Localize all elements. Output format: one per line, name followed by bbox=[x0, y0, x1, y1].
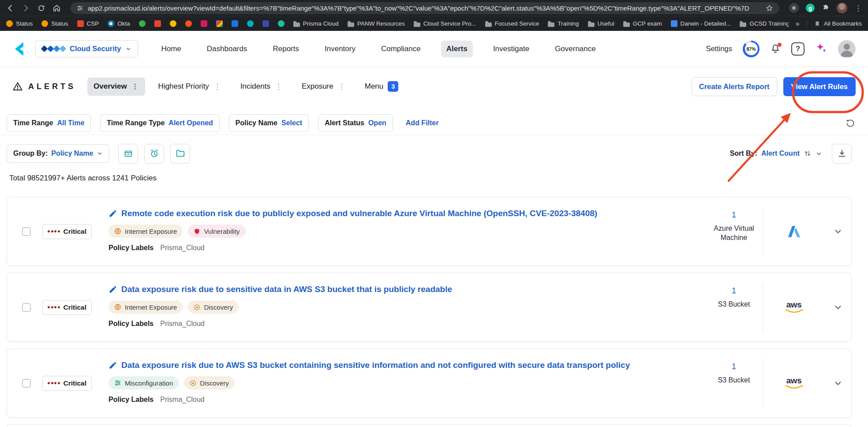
azure-logo-icon bbox=[786, 223, 802, 240]
expand-chevron-icon[interactable] bbox=[825, 197, 851, 266]
bookmark-item[interactable] bbox=[139, 20, 146, 27]
alert-checkbox[interactable] bbox=[22, 379, 31, 388]
browser-avatar[interactable] bbox=[837, 3, 847, 13]
add-filter-link[interactable]: Add Filter bbox=[406, 119, 439, 127]
reset-filters-icon[interactable] bbox=[846, 118, 855, 128]
nav-dashboards[interactable]: Dashboards bbox=[202, 41, 253, 57]
site-settings-tune-icon[interactable] bbox=[77, 5, 83, 11]
bookmark-item[interactable]: Status bbox=[6, 20, 33, 27]
bookmark-item[interactable] bbox=[278, 20, 284, 27]
bookmark-item[interactable]: Useful bbox=[588, 20, 614, 27]
folder-button[interactable] bbox=[170, 144, 190, 164]
view-alert-rules-button[interactable]: View Alert Rules bbox=[783, 77, 856, 96]
create-alerts-report-button[interactable]: Create Alerts Report bbox=[692, 77, 777, 96]
nav-governance[interactable]: Governance bbox=[550, 41, 601, 57]
tab-incidents[interactable]: Incidents ⋮ bbox=[234, 78, 288, 96]
sort-arrows-icon[interactable] bbox=[804, 150, 812, 157]
browser-menu-icon[interactable]: ⋮ bbox=[854, 4, 862, 13]
asset-type-label: S3 Bucket bbox=[718, 376, 750, 385]
nav-inventory[interactable]: Inventory bbox=[319, 41, 361, 57]
nav-investigate[interactable]: Investigate bbox=[488, 41, 535, 57]
expand-chevron-icon[interactable] bbox=[825, 349, 851, 417]
filter-alert-status[interactable]: Alert Status Open bbox=[318, 114, 393, 132]
user-avatar[interactable] bbox=[838, 40, 856, 58]
bookmarks-overflow-chevron[interactable]: » bbox=[789, 20, 807, 28]
bookmark-item[interactable] bbox=[232, 20, 238, 27]
nav-compliance[interactable]: Compliance bbox=[376, 41, 426, 57]
bookmark-item[interactable] bbox=[262, 20, 269, 27]
alert-count-link[interactable]: 1 bbox=[732, 286, 736, 296]
severity-dots-icon bbox=[48, 306, 60, 308]
reload-icon[interactable] bbox=[37, 4, 45, 12]
browser-profile-icon[interactable] bbox=[789, 3, 799, 13]
alert-count-link[interactable]: 1 bbox=[732, 210, 736, 220]
nav-home[interactable]: Home bbox=[156, 41, 186, 57]
forward-icon[interactable] bbox=[22, 4, 30, 12]
edit-pencil-icon[interactable] bbox=[108, 285, 117, 294]
back-icon[interactable] bbox=[6, 4, 15, 12]
edit-pencil-icon[interactable] bbox=[108, 209, 117, 218]
filter-time-range[interactable]: Time Range All Time bbox=[7, 114, 91, 132]
bookmark-item[interactable]: Okta bbox=[108, 20, 130, 27]
aws-logo-icon: aws bbox=[785, 300, 803, 314]
tab-kebab-icon[interactable]: ⋮ bbox=[213, 82, 221, 91]
nav-alerts[interactable]: Alerts bbox=[441, 41, 473, 57]
alert-checkbox[interactable] bbox=[22, 303, 31, 312]
bookmark-item[interactable]: GCSD Training - L... bbox=[740, 20, 788, 27]
tab-kebab-icon[interactable]: ⋮ bbox=[275, 82, 282, 91]
alert-title-link[interactable]: Remote code execution risk due to public… bbox=[121, 209, 597, 218]
bookmark-item[interactable]: CSP bbox=[77, 20, 99, 27]
download-button[interactable] bbox=[832, 144, 852, 164]
ai-sparkle-icon[interactable] bbox=[815, 42, 827, 56]
edit-pencil-icon[interactable] bbox=[108, 361, 117, 370]
snooze-alarm-button[interactable] bbox=[144, 144, 164, 164]
group-by-dropdown[interactable]: Group By: Policy Name bbox=[7, 144, 109, 163]
bookmark-item[interactable]: Training bbox=[548, 20, 579, 27]
tab-kebab-icon[interactable]: ⋮ bbox=[131, 82, 139, 91]
bookmark-item[interactable] bbox=[170, 20, 176, 27]
chevron-down-icon[interactable] bbox=[816, 150, 822, 157]
prisma-cloud-logo-icon[interactable] bbox=[12, 41, 29, 57]
usage-ring[interactable]: 87% bbox=[743, 41, 760, 57]
grammarly-extension-icon[interactable]: g bbox=[806, 4, 815, 12]
bookmark-item[interactable]: Cloud Service Pro... bbox=[414, 20, 476, 27]
bookmark-item[interactable] bbox=[247, 20, 254, 27]
bookmark-item[interactable]: Focused Service bbox=[485, 20, 539, 27]
cloud-security-logo-icon bbox=[42, 46, 65, 51]
bookmark-item[interactable]: Prisma Cloud bbox=[293, 20, 339, 27]
filter-policy-name[interactable]: Policy Name Select bbox=[229, 114, 309, 132]
bookmark-item[interactable]: GCP exam bbox=[623, 20, 662, 27]
alert-title-link[interactable]: Data exposure risk due to AWS S3 bucket … bbox=[121, 360, 630, 370]
alert-checkbox[interactable] bbox=[22, 227, 31, 236]
alert-title-link[interactable]: Data exposure risk due to sensitive data… bbox=[121, 285, 452, 294]
bookmark-item[interactable] bbox=[185, 20, 192, 27]
bookmark-item[interactable] bbox=[201, 20, 207, 27]
filter-time-range-type[interactable]: Time Range Type Alert Opened bbox=[100, 114, 219, 132]
alert-triangle-icon bbox=[12, 81, 23, 92]
extensions-puzzle-icon[interactable] bbox=[822, 4, 830, 12]
tab-exposure[interactable]: Exposure ⋮ bbox=[296, 78, 352, 96]
home-icon[interactable] bbox=[52, 4, 61, 12]
tab-highest-priority[interactable]: Highest Priority ⋮ bbox=[152, 78, 227, 96]
tab-kebab-icon[interactable]: ⋮ bbox=[338, 82, 345, 91]
bookmark-item[interactable]: Status bbox=[41, 20, 68, 27]
all-bookmarks-button[interactable]: All Bookmarks bbox=[807, 20, 862, 27]
product-switcher[interactable]: Cloud Security bbox=[35, 40, 138, 57]
bookmark-star-icon[interactable] bbox=[766, 4, 773, 12]
bookmark-item[interactable] bbox=[154, 20, 161, 27]
save-view-button[interactable] bbox=[118, 144, 138, 164]
notifications-bell-icon[interactable] bbox=[770, 44, 781, 54]
url-bar[interactable]: app2.prismacloud.io/alerts/overview?view… bbox=[71, 2, 779, 14]
tab-menu[interactable]: Menu 3 bbox=[359, 77, 405, 96]
expand-chevron-icon[interactable] bbox=[825, 273, 851, 341]
nav-reports[interactable]: Reports bbox=[267, 41, 304, 57]
tab-overview[interactable]: Overview ⋮ bbox=[87, 78, 145, 96]
bookmark-item[interactable]: PANW Resources bbox=[348, 20, 405, 27]
settings-link[interactable]: Settings bbox=[706, 45, 732, 53]
bookmark-item[interactable] bbox=[216, 20, 223, 27]
sort-by-control[interactable]: Sort By: Alert Count bbox=[730, 150, 822, 157]
alert-count-link[interactable]: 1 bbox=[732, 362, 736, 371]
help-icon[interactable]: ? bbox=[791, 42, 804, 56]
bookmark-favicon bbox=[216, 20, 223, 27]
bookmark-item[interactable]: Darwin - Detailed... bbox=[671, 20, 731, 27]
